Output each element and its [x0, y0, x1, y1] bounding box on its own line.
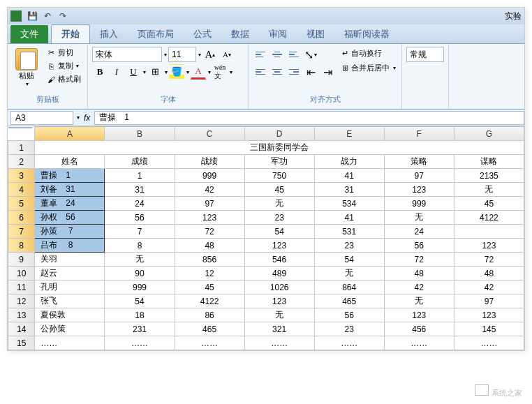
cell-4-B[interactable]: 31 — [105, 183, 175, 197]
cell-7-B[interactable]: 7 — [105, 225, 175, 239]
cell-15-C[interactable]: …… — [175, 336, 244, 350]
cell-4-A[interactable]: 刘备 31 — [35, 183, 105, 197]
shrink-font-button[interactable]: A▾ — [219, 47, 235, 62]
cell-header-2[interactable]: 战绩 — [175, 155, 244, 169]
row-header-3[interactable]: 3 — [8, 169, 35, 183]
cell-9-B[interactable]: 无 — [105, 253, 175, 267]
cell-8-F[interactable]: 56 — [384, 239, 454, 253]
indent-dec-button[interactable]: ⇤ — [303, 64, 318, 80]
cell-5-A[interactable]: 董卓 24 — [35, 197, 105, 211]
cell-7-E[interactable]: 531 — [314, 225, 384, 239]
tab-file[interactable]: 文件 — [10, 25, 48, 43]
cell-11-B[interactable]: 999 — [105, 280, 175, 294]
indent-inc-button[interactable]: ⇥ — [320, 64, 335, 80]
row-header-10[interactable]: 10 — [8, 267, 35, 280]
cell-11-E[interactable]: 864 — [314, 280, 384, 294]
cell-6-E[interactable]: 41 — [314, 211, 384, 225]
cell-8-G[interactable]: 123 — [454, 239, 524, 253]
cell-14-A[interactable]: 公孙策 — [35, 322, 105, 336]
col-header-B[interactable]: B — [105, 127, 175, 141]
row-header-9[interactable]: 9 — [8, 253, 35, 267]
cell-14-E[interactable]: 23 — [314, 322, 384, 336]
cell-7-A[interactable]: 孙策 7 — [35, 225, 105, 239]
cell-8-D[interactable]: 123 — [244, 239, 314, 253]
cell-10-C[interactable]: 12 — [175, 267, 244, 280]
spreadsheet-grid[interactable]: ABCDEFG1三国新委同学会2姓名成绩战绩军功战力策略谋略3曹操 119997… — [8, 126, 524, 350]
row-header-8[interactable]: 8 — [8, 239, 35, 253]
cell-13-F[interactable]: 123 — [384, 308, 454, 322]
fx-icon[interactable]: fx — [80, 113, 94, 123]
cell-14-C[interactable]: 465 — [175, 322, 244, 336]
name-box[interactable]: A3 — [10, 111, 73, 125]
border-button[interactable]: ⊞ — [147, 64, 163, 80]
cell-13-C[interactable]: 86 — [175, 308, 244, 322]
font-name-select[interactable] — [92, 47, 162, 62]
cell-6-A[interactable]: 孙权 56 — [35, 211, 105, 225]
tab-insert[interactable]: 插入 — [90, 25, 128, 43]
align-middle-button[interactable] — [269, 47, 285, 62]
cell-title-span[interactable] — [454, 141, 524, 155]
col-header-A[interactable]: A — [35, 127, 105, 141]
bold-button[interactable]: B — [92, 64, 108, 80]
cell-title-span[interactable] — [175, 141, 244, 155]
cell-6-C[interactable]: 123 — [175, 211, 244, 225]
cell-9-C[interactable]: 856 — [175, 253, 244, 267]
cell-15-E[interactable]: …… — [314, 336, 384, 350]
cell-3-G[interactable]: 2135 — [454, 169, 524, 183]
cell-3-D[interactable]: 750 — [244, 169, 314, 183]
cell-15-B[interactable]: …… — [105, 336, 175, 350]
cell-6-B[interactable]: 56 — [105, 211, 175, 225]
cell-title-span[interactable] — [384, 141, 454, 155]
row-header-12[interactable]: 12 — [8, 294, 35, 308]
cell-4-F[interactable]: 123 — [384, 183, 454, 197]
redo-icon[interactable]: ↷ — [57, 10, 69, 22]
cell-10-F[interactable]: 48 — [384, 267, 454, 280]
row-header-14[interactable]: 14 — [8, 322, 35, 336]
col-header-E[interactable]: E — [314, 127, 384, 141]
cell-9-D[interactable]: 546 — [244, 253, 314, 267]
cell-10-D[interactable]: 489 — [244, 267, 314, 280]
cell-9-G[interactable]: 72 — [454, 253, 524, 267]
cell-13-B[interactable]: 18 — [105, 308, 175, 322]
undo-icon[interactable]: ↶ — [41, 10, 54, 22]
cell-10-B[interactable]: 90 — [105, 267, 175, 280]
formula-input[interactable]: 曹操 1 — [94, 111, 524, 125]
tab-data[interactable]: 数据 — [221, 25, 259, 43]
cell-5-B[interactable]: 24 — [105, 197, 175, 211]
cell-6-G[interactable]: 4122 — [454, 211, 524, 225]
align-bottom-button[interactable] — [286, 47, 302, 62]
cell-11-A[interactable]: 孔明 — [35, 280, 105, 294]
cell-13-D[interactable]: 无 — [244, 308, 314, 322]
cell-title-span[interactable] — [314, 141, 384, 155]
tab-foxit[interactable]: 福昕阅读器 — [334, 25, 399, 43]
cell-7-C[interactable]: 72 — [175, 225, 244, 239]
cell-11-G[interactable]: 42 — [454, 280, 524, 294]
copy-button[interactable]: ⎘复制▾ — [44, 60, 83, 72]
col-header-C[interactable]: C — [175, 127, 244, 141]
cell-9-A[interactable]: 关羽 — [35, 253, 105, 267]
cell-10-G[interactable]: 48 — [454, 267, 524, 280]
phonetic-button[interactable]: wén文 — [212, 64, 228, 80]
cell-15-D[interactable]: …… — [244, 336, 314, 350]
cell-11-D[interactable]: 1026 — [244, 280, 314, 294]
cell-5-E[interactable]: 534 — [314, 197, 384, 211]
cell-14-D[interactable]: 321 — [244, 322, 314, 336]
cell-3-A[interactable]: 曹操 1 — [35, 169, 105, 183]
cut-button[interactable]: ✂剪切 — [44, 47, 83, 59]
row-header-6[interactable]: 6 — [8, 211, 35, 225]
cell-13-E[interactable]: 56 — [314, 308, 384, 322]
grow-font-button[interactable]: A▴ — [202, 47, 218, 62]
cell-header-6[interactable]: 谋略 — [454, 155, 524, 169]
cell-9-E[interactable]: 54 — [314, 253, 384, 267]
cell-14-F[interactable]: 456 — [384, 322, 454, 336]
cell-5-G[interactable]: 45 — [454, 197, 524, 211]
tab-home[interactable]: 开始 — [51, 24, 90, 43]
row-header-4[interactable]: 4 — [8, 183, 35, 197]
row-header-15[interactable]: 15 — [8, 336, 35, 350]
cell-8-A[interactable]: 吕布 8 — [35, 239, 105, 253]
underline-button[interactable]: U — [126, 64, 141, 80]
cell-4-E[interactable]: 31 — [314, 183, 384, 197]
cell-8-C[interactable]: 48 — [175, 239, 244, 253]
tab-review[interactable]: 审阅 — [259, 25, 297, 43]
cell-15-F[interactable]: …… — [384, 336, 454, 350]
